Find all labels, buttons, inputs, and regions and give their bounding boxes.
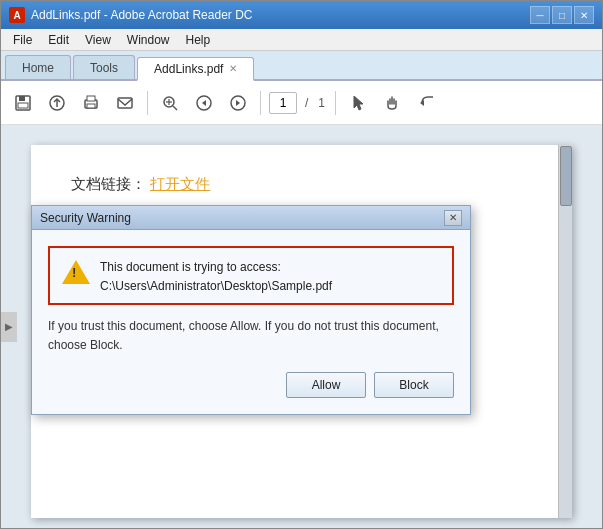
svg-rect-2: [18, 103, 28, 108]
menu-edit[interactable]: Edit: [40, 31, 77, 49]
page-number-input[interactable]: [269, 92, 297, 114]
svg-rect-7: [87, 104, 95, 108]
tab-close-icon[interactable]: ✕: [229, 63, 237, 74]
menu-bar: File Edit View Window Help: [1, 29, 602, 51]
print-button[interactable]: [77, 89, 105, 117]
prev-page-button[interactable]: [190, 89, 218, 117]
select-tool-button[interactable]: [344, 89, 372, 117]
zoom-button[interactable]: [156, 89, 184, 117]
save-button[interactable]: [9, 89, 37, 117]
window-controls: ─ □ ✕: [530, 6, 594, 24]
menu-window[interactable]: Window: [119, 31, 178, 49]
back-button[interactable]: [412, 89, 440, 117]
toolbar-divider-3: [335, 91, 336, 115]
menu-file[interactable]: File: [5, 31, 40, 49]
dialog-title: Security Warning: [40, 211, 444, 225]
warning-text-container: This document is trying to access: C:\Us…: [100, 258, 332, 293]
toolbar: / 1: [1, 81, 602, 125]
page-separator: /: [303, 96, 310, 110]
dialog-close-button[interactable]: ✕: [444, 210, 462, 226]
email-button[interactable]: [111, 89, 139, 117]
page-total: 1: [316, 96, 327, 110]
next-page-button[interactable]: [224, 89, 252, 117]
title-bar: A AddLinks.pdf - Adobe Acrobat Reader DC…: [1, 1, 602, 29]
content-area: 文档链接： 打开文件 ▶ Security Warning ✕: [1, 125, 602, 528]
block-button[interactable]: Block: [374, 372, 454, 398]
warning-path: C:\Users\Administrator\Desktop\Sample.pd…: [100, 279, 332, 293]
svg-rect-8: [118, 98, 132, 108]
warning-triangle-icon: [62, 260, 90, 284]
dialog-body: This document is trying to access: C:\Us…: [32, 230, 470, 414]
dialog-buttons: Allow Block: [48, 372, 454, 398]
toolbar-divider-1: [147, 91, 148, 115]
security-warning-dialog: Security Warning ✕ This document is tryi…: [31, 205, 471, 415]
menu-help[interactable]: Help: [178, 31, 219, 49]
allow-button[interactable]: Allow: [286, 372, 366, 398]
tab-tools[interactable]: Tools: [73, 55, 135, 79]
svg-rect-1: [19, 96, 25, 101]
maximize-button[interactable]: □: [552, 6, 572, 24]
warning-box: This document is trying to access: C:\Us…: [48, 246, 454, 305]
tab-home[interactable]: Home: [5, 55, 71, 79]
hand-tool-button[interactable]: [378, 89, 406, 117]
window-title: AddLinks.pdf - Adobe Acrobat Reader DC: [31, 8, 530, 22]
minimize-button[interactable]: ─: [530, 6, 550, 24]
dialog-overlay: Security Warning ✕ This document is tryi…: [1, 125, 602, 528]
app-icon: A: [9, 7, 25, 23]
tab-bar: Home Tools AddLinks.pdf ✕: [1, 51, 602, 81]
app-window: A AddLinks.pdf - Adobe Acrobat Reader DC…: [0, 0, 603, 529]
upload-button[interactable]: [43, 89, 71, 117]
dialog-info-text: If you trust this document, choose Allow…: [48, 317, 454, 355]
warning-icon: [62, 260, 90, 284]
toolbar-divider-2: [260, 91, 261, 115]
svg-line-10: [173, 106, 177, 110]
close-button[interactable]: ✕: [574, 6, 594, 24]
dialog-titlebar: Security Warning ✕: [32, 206, 470, 230]
tab-pdf[interactable]: AddLinks.pdf ✕: [137, 57, 254, 81]
menu-view[interactable]: View: [77, 31, 119, 49]
warning-line1: This document is trying to access:: [100, 258, 332, 277]
svg-rect-6: [87, 96, 95, 101]
